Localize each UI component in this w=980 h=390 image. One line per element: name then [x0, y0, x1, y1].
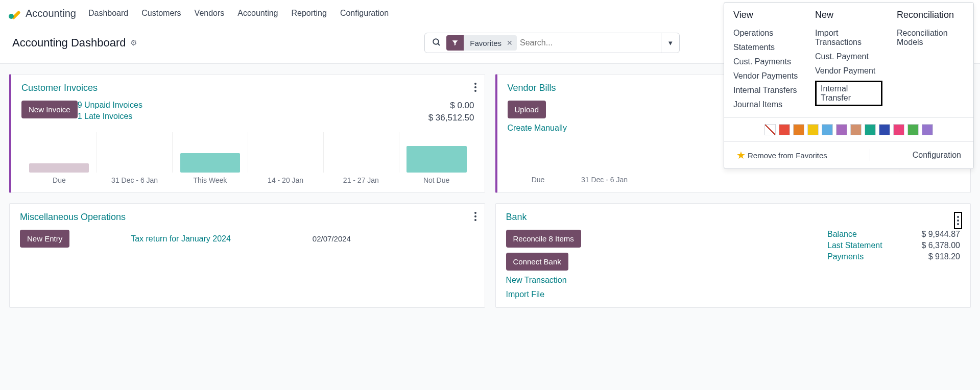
- card-menu-button[interactable]: [954, 212, 962, 229]
- upload-button[interactable]: Upload: [508, 101, 546, 118]
- search-bar[interactable]: Favorites ✕ ▾: [424, 33, 680, 53]
- unpaid-invoices-link[interactable]: 9 Unpaid Invoices: [78, 101, 142, 110]
- filter-chip-favorites[interactable]: Favorites ✕: [446, 35, 517, 51]
- card-menu-button[interactable]: [474, 212, 476, 221]
- new-entry-button[interactable]: New Entry: [20, 230, 69, 248]
- filter-chip-label: Favorites: [470, 39, 501, 47]
- dd-view-journal-items[interactable]: Journal Items: [733, 100, 801, 109]
- color-swatch[interactable]: [779, 124, 790, 135]
- payments-value: $ 918.20: [928, 252, 960, 261]
- color-swatch[interactable]: [922, 124, 933, 135]
- remove-from-favorites-label: Remove from Favorites: [748, 151, 827, 160]
- nav-configuration[interactable]: Configuration: [340, 9, 389, 18]
- card-title[interactable]: Miscellaneous Operations: [20, 212, 474, 223]
- search-input[interactable]: [517, 38, 661, 47]
- gear-icon[interactable]: ⚙: [130, 38, 137, 47]
- color-swatch[interactable]: [907, 124, 919, 135]
- reconcile-button[interactable]: Reconcile 8 Items: [506, 230, 581, 248]
- last-statement-link[interactable]: Last Statement: [827, 241, 882, 250]
- separator: [870, 149, 870, 161]
- chart-label: Due: [21, 176, 97, 184]
- chart-label: 14 - 20 Jan: [248, 176, 323, 184]
- card-bank: Bank Reconcile 8 Items Connect Bank New …: [495, 203, 971, 308]
- tax-return-date: 02/07/2024: [313, 234, 351, 243]
- color-swatch[interactable]: [807, 124, 819, 135]
- create-manually-link[interactable]: Create Manually: [508, 124, 567, 133]
- tax-return-link[interactable]: Tax return for January 2024: [131, 234, 231, 243]
- amount-unpaid: $ 0.00: [450, 101, 474, 111]
- balance-value: $ 9,944.87: [921, 230, 960, 239]
- dd-view-cust-payments[interactable]: Cust. Payments: [733, 57, 801, 66]
- chart-label: 31 Dec - 6 Jan: [569, 176, 640, 184]
- balance-link[interactable]: Balance: [827, 230, 857, 239]
- new-transaction-link[interactable]: New Transaction: [506, 276, 567, 285]
- nav-dashboard[interactable]: Dashboard: [88, 9, 128, 18]
- svg-point-2: [434, 39, 439, 44]
- color-swatch[interactable]: [865, 124, 876, 135]
- card-customer-invoices: Customer Invoices New Invoice 9 Unpaid I…: [9, 74, 485, 193]
- color-swatch[interactable]: [850, 124, 862, 135]
- dd-view-vendor-payments[interactable]: Vendor Payments: [733, 71, 801, 81]
- nav-vendors[interactable]: Vendors: [195, 9, 225, 18]
- color-swatch[interactable]: [879, 124, 890, 135]
- dd-reconciliation-models[interactable]: Reconciliation Models: [897, 29, 964, 47]
- chart-label: 31 Dec - 6 Jan: [97, 176, 173, 184]
- chip-remove-icon[interactable]: ✕: [507, 39, 513, 47]
- main-nav: Dashboard Customers Vendors Accounting R…: [88, 9, 389, 18]
- new-invoice-button[interactable]: New Invoice: [21, 101, 78, 118]
- search-icon[interactable]: [425, 38, 446, 48]
- funnel-icon: [446, 35, 464, 51]
- color-swatch[interactable]: [893, 124, 904, 135]
- dd-new-vendor-payment[interactable]: Vendor Payment: [815, 66, 882, 76]
- search-dropdown-toggle[interactable]: ▾: [661, 33, 679, 53]
- dd-new-import-transactions[interactable]: Import Transactions: [815, 29, 882, 47]
- color-swatch[interactable]: [822, 124, 833, 135]
- dd-new-cust-payment[interactable]: Cust. Payment: [815, 52, 882, 61]
- late-invoices-link[interactable]: 1 Late Invoices: [78, 112, 142, 121]
- star-icon: ★: [736, 149, 746, 161]
- chart-label: This Week: [173, 176, 248, 184]
- dd-view-statements[interactable]: Statements: [733, 43, 801, 52]
- nav-accounting[interactable]: Accounting: [237, 9, 278, 18]
- amount-late: $ 36,512.50: [428, 113, 474, 123]
- logo-icon: [8, 7, 20, 19]
- dd-configuration[interactable]: Configuration: [913, 151, 961, 160]
- card-menu-button[interactable]: [474, 83, 476, 92]
- app-logo[interactable]: Accounting: [8, 7, 76, 19]
- color-swatch-none[interactable]: [764, 124, 776, 135]
- dd-view-internal-transfers[interactable]: Internal Transfers: [733, 86, 801, 95]
- invoice-aging-chart: [21, 132, 474, 173]
- svg-point-1: [9, 14, 14, 19]
- connect-bank-button[interactable]: Connect Bank: [506, 253, 568, 271]
- page-title: Accounting Dashboard ⚙: [12, 36, 137, 50]
- svg-line-3: [438, 43, 440, 45]
- color-swatch[interactable]: [836, 124, 847, 135]
- payments-link[interactable]: Payments: [827, 252, 864, 261]
- page-title-text: Accounting Dashboard: [12, 36, 126, 50]
- remove-from-favorites[interactable]: ★ Remove from Favorites: [736, 149, 827, 161]
- nav-reporting[interactable]: Reporting: [292, 9, 327, 18]
- card-title[interactable]: Customer Invoices: [21, 83, 474, 93]
- chart-label: 21 - 27 Jan: [323, 176, 399, 184]
- chart-label: Due: [508, 176, 569, 184]
- dropdown-heading-reconciliation: Reconciliation: [897, 10, 964, 20]
- card-misc-operations: Miscellaneous Operations New Entry Tax r…: [9, 203, 485, 308]
- dropdown-heading-view: View: [733, 10, 801, 20]
- last-statement-value: $ 6,378.00: [921, 241, 960, 250]
- dropdown-heading-new: New: [815, 10, 882, 20]
- import-file-link[interactable]: Import File: [506, 290, 545, 299]
- chart-label: Not Due: [399, 176, 474, 184]
- dd-view-operations[interactable]: Operations: [733, 29, 801, 38]
- card-title[interactable]: Bank: [506, 212, 961, 223]
- journal-options-dropdown: View Operations Statements Cust. Payment…: [724, 2, 974, 169]
- dd-new-internal-transfer[interactable]: Internal Transfer: [815, 81, 882, 106]
- color-swatch[interactable]: [793, 124, 804, 135]
- app-name: Accounting: [26, 8, 76, 19]
- color-swatches: [724, 117, 973, 141]
- nav-customers[interactable]: Customers: [141, 9, 181, 18]
